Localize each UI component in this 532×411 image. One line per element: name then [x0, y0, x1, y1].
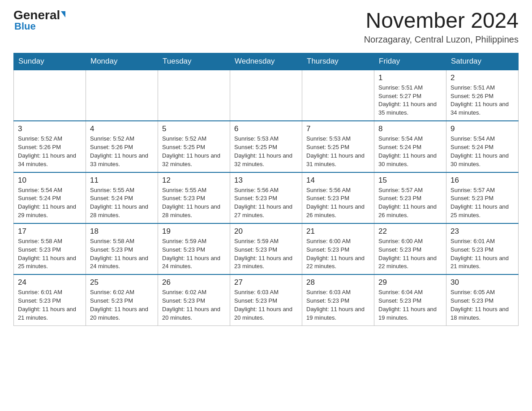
day-info: Sunrise: 6:00 AM Sunset: 5:23 PM Dayligh…	[306, 237, 370, 271]
day-info: Sunrise: 5:59 AM Sunset: 5:23 PM Dayligh…	[234, 237, 298, 271]
day-info: Sunrise: 6:00 AM Sunset: 5:23 PM Dayligh…	[378, 237, 442, 271]
calendar-day-cell: 28Sunrise: 6:03 AM Sunset: 5:23 PM Dayli…	[302, 274, 374, 325]
calendar-day-cell: 22Sunrise: 6:00 AM Sunset: 5:23 PM Dayli…	[374, 223, 446, 274]
calendar-day-cell: 8Sunrise: 5:54 AM Sunset: 5:24 PM Daylig…	[374, 121, 446, 172]
day-number: 23	[450, 227, 514, 236]
day-number: 17	[18, 227, 82, 236]
day-info: Sunrise: 6:01 AM Sunset: 5:23 PM Dayligh…	[450, 237, 514, 271]
day-number: 22	[378, 227, 442, 236]
day-number: 10	[18, 176, 82, 185]
calendar-week-row: 24Sunrise: 6:01 AM Sunset: 5:23 PM Dayli…	[14, 274, 519, 325]
day-of-week-header: Wednesday	[230, 53, 302, 70]
day-info: Sunrise: 6:03 AM Sunset: 5:23 PM Dayligh…	[234, 288, 298, 322]
calendar-day-cell: 2Sunrise: 5:51 AM Sunset: 5:26 PM Daylig…	[446, 70, 519, 121]
calendar-day-cell: 3Sunrise: 5:52 AM Sunset: 5:26 PM Daylig…	[14, 121, 86, 172]
calendar-day-cell: 25Sunrise: 6:02 AM Sunset: 5:23 PM Dayli…	[86, 274, 158, 325]
day-info: Sunrise: 5:55 AM Sunset: 5:23 PM Dayligh…	[162, 186, 226, 220]
calendar-day-cell: 10Sunrise: 5:54 AM Sunset: 5:24 PM Dayli…	[14, 172, 86, 223]
day-of-week-header: Sunday	[14, 53, 86, 70]
calendar-day-cell: 9Sunrise: 5:54 AM Sunset: 5:24 PM Daylig…	[446, 121, 519, 172]
day-info: Sunrise: 5:52 AM Sunset: 5:26 PM Dayligh…	[18, 135, 82, 168]
day-info: Sunrise: 5:52 AM Sunset: 5:26 PM Dayligh…	[90, 135, 154, 168]
day-of-week-header: Saturday	[446, 53, 519, 70]
calendar-header-row: SundayMondayTuesdayWednesdayThursdayFrid…	[14, 53, 519, 70]
calendar-day-cell	[14, 70, 86, 121]
day-info: Sunrise: 6:02 AM Sunset: 5:23 PM Dayligh…	[90, 288, 154, 322]
calendar-day-cell: 13Sunrise: 5:56 AM Sunset: 5:23 PM Dayli…	[230, 172, 302, 223]
day-info: Sunrise: 5:59 AM Sunset: 5:23 PM Dayligh…	[162, 237, 226, 271]
calendar-day-cell: 1Sunrise: 5:51 AM Sunset: 5:27 PM Daylig…	[374, 70, 446, 121]
day-number: 15	[378, 176, 442, 185]
day-number: 3	[18, 124, 82, 133]
calendar-day-cell: 26Sunrise: 6:02 AM Sunset: 5:23 PM Dayli…	[158, 274, 230, 325]
day-info: Sunrise: 5:58 AM Sunset: 5:23 PM Dayligh…	[90, 237, 154, 271]
day-info: Sunrise: 5:56 AM Sunset: 5:23 PM Dayligh…	[234, 186, 298, 220]
day-number: 2	[450, 73, 514, 82]
day-number: 24	[18, 278, 82, 287]
calendar-day-cell: 12Sunrise: 5:55 AM Sunset: 5:23 PM Dayli…	[158, 172, 230, 223]
calendar-day-cell	[302, 70, 374, 121]
day-info: Sunrise: 6:01 AM Sunset: 5:23 PM Dayligh…	[18, 288, 82, 322]
day-number: 16	[450, 176, 514, 185]
header-right: November 2024 Norzagaray, Central Luzon,…	[364, 9, 519, 45]
calendar-day-cell: 27Sunrise: 6:03 AM Sunset: 5:23 PM Dayli…	[230, 274, 302, 325]
calendar-day-cell: 11Sunrise: 5:55 AM Sunset: 5:24 PM Dayli…	[86, 172, 158, 223]
calendar-day-cell: 19Sunrise: 5:59 AM Sunset: 5:23 PM Dayli…	[158, 223, 230, 274]
calendar-day-cell: 16Sunrise: 5:57 AM Sunset: 5:23 PM Dayli…	[446, 172, 519, 223]
day-number: 9	[450, 124, 514, 133]
calendar-day-cell	[86, 70, 158, 121]
location-title: Norzagaray, Central Luzon, Philippines	[364, 34, 519, 45]
calendar-day-cell: 4Sunrise: 5:52 AM Sunset: 5:26 PM Daylig…	[86, 121, 158, 172]
day-info: Sunrise: 5:57 AM Sunset: 5:23 PM Dayligh…	[450, 186, 514, 220]
day-of-week-header: Tuesday	[158, 53, 230, 70]
calendar-day-cell: 7Sunrise: 5:53 AM Sunset: 5:25 PM Daylig…	[302, 121, 374, 172]
day-info: Sunrise: 5:52 AM Sunset: 5:25 PM Dayligh…	[162, 135, 226, 168]
day-number: 1	[378, 73, 442, 82]
day-number: 19	[162, 227, 226, 236]
calendar-day-cell	[230, 70, 302, 121]
calendar-day-cell: 5Sunrise: 5:52 AM Sunset: 5:25 PM Daylig…	[158, 121, 230, 172]
calendar-day-cell: 6Sunrise: 5:53 AM Sunset: 5:25 PM Daylig…	[230, 121, 302, 172]
page-header: General Blue November 2024 Norzagaray, C…	[13, 9, 519, 45]
day-number: 12	[162, 176, 226, 185]
calendar-day-cell: 20Sunrise: 5:59 AM Sunset: 5:23 PM Dayli…	[230, 223, 302, 274]
day-info: Sunrise: 5:53 AM Sunset: 5:25 PM Dayligh…	[306, 135, 370, 168]
day-number: 27	[234, 278, 298, 287]
calendar-day-cell: 30Sunrise: 6:05 AM Sunset: 5:23 PM Dayli…	[446, 274, 519, 325]
day-number: 25	[90, 278, 154, 287]
day-number: 4	[90, 124, 154, 133]
day-number: 8	[378, 124, 442, 133]
day-of-week-header: Friday	[374, 53, 446, 70]
logo-triangle-icon	[61, 11, 65, 17]
calendar-day-cell: 24Sunrise: 6:01 AM Sunset: 5:23 PM Dayli…	[14, 274, 86, 325]
day-info: Sunrise: 6:04 AM Sunset: 5:23 PM Dayligh…	[378, 288, 442, 322]
day-info: Sunrise: 6:02 AM Sunset: 5:23 PM Dayligh…	[162, 288, 226, 322]
calendar-day-cell: 17Sunrise: 5:58 AM Sunset: 5:23 PM Dayli…	[14, 223, 86, 274]
calendar-day-cell: 29Sunrise: 6:04 AM Sunset: 5:23 PM Dayli…	[374, 274, 446, 325]
day-of-week-header: Monday	[86, 53, 158, 70]
day-number: 11	[90, 176, 154, 185]
day-number: 30	[450, 278, 514, 287]
day-info: Sunrise: 6:03 AM Sunset: 5:23 PM Dayligh…	[306, 288, 370, 322]
day-number: 29	[378, 278, 442, 287]
day-info: Sunrise: 5:54 AM Sunset: 5:24 PM Dayligh…	[18, 186, 82, 220]
month-title: November 2024	[364, 9, 519, 33]
day-number: 20	[234, 227, 298, 236]
day-info: Sunrise: 6:05 AM Sunset: 5:23 PM Dayligh…	[450, 288, 514, 322]
calendar-week-row: 17Sunrise: 5:58 AM Sunset: 5:23 PM Dayli…	[14, 223, 519, 274]
day-info: Sunrise: 5:55 AM Sunset: 5:24 PM Dayligh…	[90, 186, 154, 220]
calendar-week-row: 10Sunrise: 5:54 AM Sunset: 5:24 PM Dayli…	[14, 172, 519, 223]
day-info: Sunrise: 5:53 AM Sunset: 5:25 PM Dayligh…	[234, 135, 298, 168]
day-info: Sunrise: 5:54 AM Sunset: 5:24 PM Dayligh…	[378, 135, 442, 168]
day-info: Sunrise: 5:51 AM Sunset: 5:27 PM Dayligh…	[378, 84, 442, 117]
calendar-week-row: 1Sunrise: 5:51 AM Sunset: 5:27 PM Daylig…	[14, 70, 519, 121]
day-of-week-header: Thursday	[302, 53, 374, 70]
day-number: 5	[162, 124, 226, 133]
calendar-day-cell: 18Sunrise: 5:58 AM Sunset: 5:23 PM Dayli…	[86, 223, 158, 274]
day-info: Sunrise: 5:54 AM Sunset: 5:24 PM Dayligh…	[450, 135, 514, 168]
day-info: Sunrise: 5:51 AM Sunset: 5:26 PM Dayligh…	[450, 84, 514, 117]
day-number: 6	[234, 124, 298, 133]
logo: General Blue	[13, 9, 65, 32]
day-info: Sunrise: 5:57 AM Sunset: 5:23 PM Dayligh…	[378, 186, 442, 220]
calendar-day-cell	[158, 70, 230, 121]
